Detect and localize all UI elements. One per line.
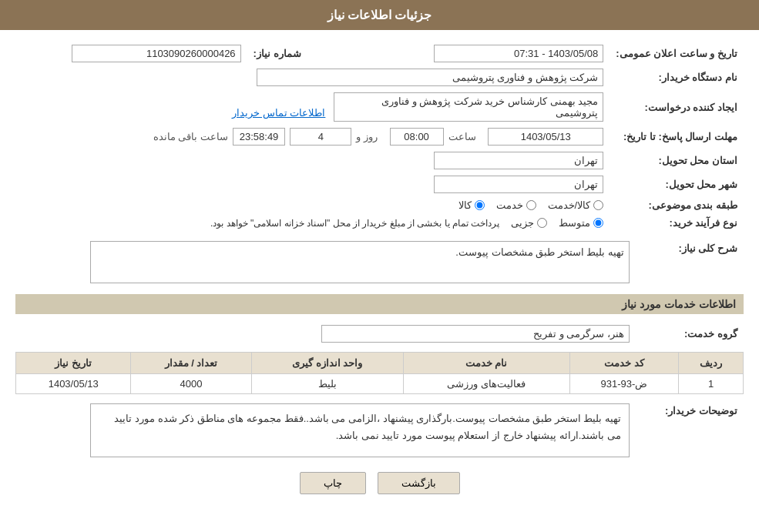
city-label: شهر محل تحویل: (610, 172, 744, 196)
row-need-number: تاریخ و ساعت اعلان عمومی: 1403/05/08 - 0… (15, 42, 744, 65)
response-time-label: ساعت (448, 131, 476, 142)
cell-row_num: 1 (679, 374, 744, 394)
purchase-type-option-motavaset[interactable]: متوسط (559, 217, 603, 229)
col-row-num: ردیف (679, 353, 744, 374)
need-description-value: تهیه بلیط استخر طبق مشخصات پیوست. (15, 238, 636, 286)
col-date: تاریخ نیاز (16, 353, 131, 374)
countdown-remaining-label: ساعت باقی مانده (153, 131, 228, 142)
service-group-table: گروه خدمت: هنر، سرگرمی و تفریح (15, 322, 744, 346)
buyer-notes-value: تهیه بلیط استخر طبق مشخصات پیوست.بارگذار… (15, 400, 636, 460)
buyer-notes-label: توضیحات خریدار: (636, 400, 744, 460)
countdown-days-label: روز و (356, 131, 378, 142)
creator-label: ایجاد کننده درخواست: (610, 89, 744, 125)
services-table-body: 1ض-93-931فعالیت‌های ورزشیبلیط40001403/05… (16, 374, 744, 394)
main-info-table: تاریخ و ساعت اعلان عمومی: 1403/05/08 - 0… (15, 42, 744, 232)
province-value: تهران (15, 149, 610, 172)
countdown-days-field: 4 (290, 128, 351, 146)
category-radio-khedmat[interactable] (526, 200, 536, 210)
announce-date-value: 1403/05/08 - 07:31 (378, 42, 610, 65)
purchase-type-radio-jozei[interactable] (537, 218, 547, 228)
cell-name: فعالیت‌های ورزشی (403, 374, 569, 394)
requester-org-field: شرکت پژوهش و فناوری پتروشیمی (257, 69, 603, 86)
response-deadline-label: مهلت ارسال پاسخ: تا تاریخ: (610, 125, 744, 149)
buyer-notes-box: تهیه بلیط استخر طبق مشخصات پیوست.بارگذار… (90, 403, 630, 457)
creator-field: مجید بهمنی کارشناس خرید شرکت پژوهش و فنا… (334, 92, 603, 122)
need-number-label: شماره نیاز: (247, 42, 355, 65)
category-radio-kala-khedmat[interactable] (593, 200, 603, 210)
service-group-field: هنر، سرگرمی و تفریح (321, 325, 630, 343)
need-description-table: شرح کلی نیاز: تهیه بلیط استخر طبق مشخصات… (15, 238, 744, 286)
province-label: استان محل تحویل: (610, 149, 744, 172)
back-button[interactable]: بازگشت (378, 472, 460, 494)
need-description-label: شرح کلی نیاز: (636, 238, 744, 286)
print-button[interactable]: چاپ (300, 472, 366, 494)
row-need-description: شرح کلی نیاز: تهیه بلیط استخر طبق مشخصات… (15, 238, 744, 286)
category-option-kala-khedmat[interactable]: کالا/خدمت (548, 199, 604, 211)
category-label-kala: کالا (458, 199, 472, 211)
category-radio-group: کالا/خدمت خدمت کالا (22, 199, 603, 211)
category-value: کالا/خدمت خدمت کالا (15, 196, 610, 214)
countdown-time-field: 23:58:49 (233, 128, 286, 146)
purchase-type-label: نوع فرآیند خرید: (610, 214, 744, 232)
page-wrapper: جزئیات اطلاعات نیاز تاریخ و ساعت اعلان ع… (0, 0, 759, 532)
cell-date: 1403/05/13 (16, 374, 131, 394)
page-title: جزئیات اطلاعات نیاز (327, 8, 432, 22)
category-label-khedmat: خدمت (496, 199, 523, 211)
page-header: جزئیات اطلاعات نیاز (0, 0, 759, 30)
row-category: طبقه بندی موضوعی: کالا/خدمت خدمت (15, 196, 744, 214)
requester-org-label: نام دستگاه خریدار: (610, 65, 744, 89)
purchase-type-row: متوسط جزیی پرداخت تمام یا بخشی از مبلغ خ… (22, 217, 603, 229)
col-unit: واحد اندازه گیری (251, 353, 403, 374)
need-description-text: تهیه بلیط استخر طبق مشخصات پیوست. (455, 246, 624, 258)
purchase-type-note: پرداخت تمام یا بخشی از مبلغ خریدار از مح… (210, 218, 499, 229)
province-field: تهران (434, 152, 603, 169)
category-option-khedmat[interactable]: خدمت (496, 199, 536, 211)
button-bar: بازگشت چاپ (15, 472, 744, 494)
row-province: استان محل تحویل: تهران (15, 149, 744, 172)
category-label: طبقه بندی موضوعی: (610, 196, 744, 214)
requester-org-value: شرکت پژوهش و فناوری پتروشیمی (15, 65, 610, 89)
purchase-type-label-motavaset: متوسط (559, 217, 590, 229)
row-creator: ایجاد کننده درخواست: مجید بهمنی کارشناس … (15, 89, 744, 125)
need-number-field: 1103090260000426 (72, 45, 241, 62)
row-response-deadline: مهلت ارسال پاسخ: تا تاریخ: 1403/05/13 سا… (15, 125, 744, 149)
cell-unit: بلیط (251, 374, 403, 394)
service-group-value: هنر، سرگرمی و تفریح (15, 322, 636, 346)
col-name: نام خدمت (403, 353, 569, 374)
contact-link[interactable]: اطلاعات تماس خریدار (232, 107, 325, 119)
category-radio-kala[interactable] (475, 200, 485, 210)
services-header-row: ردیف کد خدمت نام خدمت واحد اندازه گیری ت… (16, 353, 744, 374)
category-label-kala-khedmat: کالا/خدمت (548, 199, 591, 211)
purchase-type-value: متوسط جزیی پرداخت تمام یا بخشی از مبلغ خ… (15, 214, 610, 232)
purchase-type-option-jozei[interactable]: جزیی (511, 217, 547, 229)
purchase-type-label-jozei: جزیی (511, 217, 534, 229)
buyer-notes-text: تهیه بلیط استخر طبق مشخصات پیوست.بارگذار… (114, 413, 621, 441)
services-data-table: ردیف کد خدمت نام خدمت واحد اندازه گیری ت… (15, 352, 744, 394)
services-table-header: ردیف کد خدمت نام خدمت واحد اندازه گیری ت… (16, 353, 744, 374)
row-service-group: گروه خدمت: هنر، سرگرمی و تفریح (15, 322, 744, 346)
services-section-title: اطلاعات خدمات مورد نیاز (15, 294, 744, 314)
response-deadline-value: 1403/05/13 ساعت 08:00 روز و 4 23:58:49 س… (15, 125, 610, 149)
col-quantity: تعداد / مقدار (131, 353, 251, 374)
creator-value: مجید بهمنی کارشناس خرید شرکت پژوهش و فنا… (15, 89, 610, 125)
row-buyer-notes: توضیحات خریدار: تهیه بلیط استخر طبق مشخص… (15, 400, 744, 460)
announce-date-label: تاریخ و ساعت اعلان عمومی: (610, 42, 744, 65)
time-section: 1403/05/13 ساعت 08:00 روز و 4 23:58:49 س… (22, 128, 603, 146)
response-date-field: 1403/05/13 (488, 128, 603, 146)
cell-code: ض-93-931 (569, 374, 679, 394)
table-row: 1ض-93-931فعالیت‌های ورزشیبلیط40001403/05… (16, 374, 744, 394)
buyer-notes-table: توضیحات خریدار: تهیه بلیط استخر طبق مشخص… (15, 400, 744, 460)
city-value: تهران (15, 172, 610, 196)
response-time-field: 08:00 (390, 128, 444, 146)
cell-quantity: 4000 (131, 374, 251, 394)
row-requester-org: نام دستگاه خریدار: شرکت پژوهش و فناوری پ… (15, 65, 744, 89)
category-option-kala[interactable]: کالا (458, 199, 485, 211)
row-purchase-type: نوع فرآیند خرید: متوسط جزیی پرداخت تمام … (15, 214, 744, 232)
service-group-label: گروه خدمت: (636, 322, 744, 346)
col-code: کد خدمت (569, 353, 679, 374)
announce-date-field: 1403/05/08 - 07:31 (434, 45, 603, 62)
row-city: شهر محل تحویل: تهران (15, 172, 744, 196)
need-number-value: 1103090260000426 (15, 42, 247, 65)
city-field: تهران (434, 176, 603, 193)
purchase-type-radio-motavaset[interactable] (593, 218, 603, 228)
